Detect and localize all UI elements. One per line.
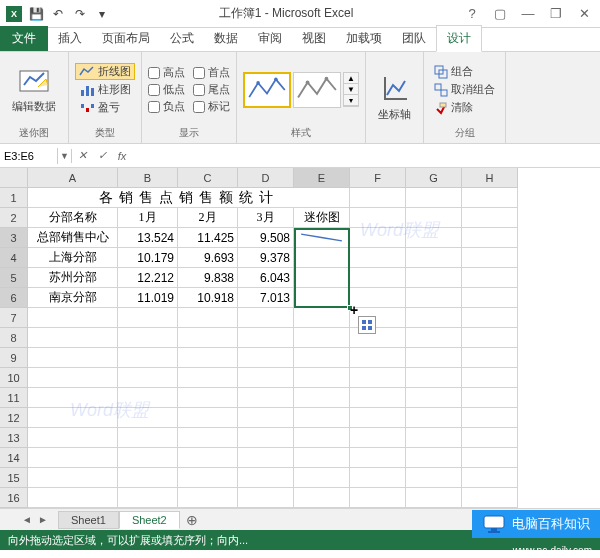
cell[interactable]: 10.918 [178, 288, 238, 308]
cell[interactable] [28, 428, 118, 448]
edit-data-button[interactable]: 编辑数据 [6, 63, 62, 116]
cell[interactable] [28, 468, 118, 488]
cell[interactable] [294, 268, 350, 288]
cell[interactable] [294, 228, 350, 248]
cells-area[interactable]: 各销售点销售额统计分部名称1月2月3月迷你图总部销售中心13.52411.425… [28, 188, 518, 508]
tab-file[interactable]: 文件 [0, 26, 48, 51]
cb-markers[interactable]: 标记 [193, 99, 230, 114]
row-header-4[interactable]: 4 [0, 248, 28, 268]
cell[interactable] [406, 228, 462, 248]
cell[interactable]: 南京分部 [28, 288, 118, 308]
row-header-9[interactable]: 9 [0, 348, 28, 368]
col-header-A[interactable]: A [28, 168, 118, 188]
style-preview-2[interactable] [293, 72, 341, 108]
cell[interactable] [406, 268, 462, 288]
cell[interactable] [118, 308, 178, 328]
cell[interactable] [350, 248, 406, 268]
cell[interactable] [406, 348, 462, 368]
group-button[interactable]: 组合 [430, 63, 499, 80]
name-box-dropdown[interactable]: ▼ [58, 149, 72, 163]
row-header-12[interactable]: 12 [0, 408, 28, 428]
tab-review[interactable]: 审阅 [248, 26, 292, 51]
cell[interactable]: 9.838 [178, 268, 238, 288]
cell[interactable] [350, 368, 406, 388]
sheet-nav-next[interactable]: ► [36, 514, 50, 525]
cell[interactable] [294, 408, 350, 428]
cell[interactable] [406, 308, 462, 328]
tab-view[interactable]: 视图 [292, 26, 336, 51]
cell[interactable] [28, 348, 118, 368]
cell[interactable] [462, 308, 518, 328]
fx-button[interactable]: fx [112, 150, 132, 162]
cell[interactable]: 总部销售中心 [28, 228, 118, 248]
close-button[interactable]: ✕ [572, 4, 596, 24]
cell[interactable] [350, 448, 406, 468]
tab-insert[interactable]: 插入 [48, 26, 92, 51]
cell[interactable] [178, 308, 238, 328]
cell[interactable]: 迷你图 [294, 208, 350, 228]
cell[interactable] [294, 248, 350, 268]
cell[interactable] [118, 408, 178, 428]
minimize-button[interactable]: — [516, 4, 540, 24]
cell[interactable] [406, 388, 462, 408]
cell[interactable]: 分部名称 [28, 208, 118, 228]
cell[interactable] [118, 328, 178, 348]
cell[interactable] [350, 388, 406, 408]
row-header-15[interactable]: 15 [0, 468, 28, 488]
cell[interactable] [28, 408, 118, 428]
cell[interactable] [462, 348, 518, 368]
cell[interactable] [350, 268, 406, 288]
cell[interactable] [462, 208, 518, 228]
col-header-F[interactable]: F [350, 168, 406, 188]
ungroup-button[interactable]: 取消组合 [430, 81, 499, 98]
cell[interactable]: 13.524 [118, 228, 178, 248]
col-header-D[interactable]: D [238, 168, 294, 188]
row-header-3[interactable]: 3 [0, 228, 28, 248]
cell[interactable] [28, 368, 118, 388]
clear-button[interactable]: 清除 [430, 99, 499, 116]
cb-first-point[interactable]: 首点 [193, 65, 230, 80]
cell[interactable] [350, 228, 406, 248]
col-header-G[interactable]: G [406, 168, 462, 188]
cell[interactable] [238, 348, 294, 368]
sheet-tab-1[interactable]: Sheet1 [58, 511, 119, 529]
cell[interactable] [406, 408, 462, 428]
col-header-E[interactable]: E [294, 168, 350, 188]
row-header-2[interactable]: 2 [0, 208, 28, 228]
cell[interactable] [238, 468, 294, 488]
cell[interactable] [238, 408, 294, 428]
cell[interactable] [462, 228, 518, 248]
cell[interactable]: 11.425 [178, 228, 238, 248]
cell[interactable] [350, 408, 406, 428]
cell[interactable] [178, 328, 238, 348]
cell[interactable] [462, 188, 518, 208]
cell[interactable]: 7.013 [238, 288, 294, 308]
cell[interactable] [462, 448, 518, 468]
cell[interactable] [406, 468, 462, 488]
cell[interactable] [406, 188, 462, 208]
cell[interactable] [178, 428, 238, 448]
cell[interactable] [462, 288, 518, 308]
cell[interactable] [178, 388, 238, 408]
cb-low-point[interactable]: 低点 [148, 82, 185, 97]
cell[interactable] [294, 308, 350, 328]
cell[interactable]: 2月 [178, 208, 238, 228]
cell[interactable] [462, 248, 518, 268]
sheet-tab-2[interactable]: Sheet2 [119, 511, 180, 529]
cell[interactable] [350, 428, 406, 448]
cell[interactable]: 上海分部 [28, 248, 118, 268]
cell[interactable] [462, 408, 518, 428]
type-winloss[interactable]: 盈亏 [75, 99, 135, 116]
tab-team[interactable]: 团队 [392, 26, 436, 51]
cell[interactable] [28, 328, 118, 348]
cell[interactable]: 苏州分部 [28, 268, 118, 288]
cell[interactable] [238, 308, 294, 328]
cell[interactable] [462, 268, 518, 288]
cell[interactable] [350, 288, 406, 308]
row-header-1[interactable]: 1 [0, 188, 28, 208]
help-button[interactable]: ? [460, 4, 484, 24]
col-header-B[interactable]: B [118, 168, 178, 188]
row-header-10[interactable]: 10 [0, 368, 28, 388]
tab-data[interactable]: 数据 [204, 26, 248, 51]
cell[interactable] [238, 368, 294, 388]
